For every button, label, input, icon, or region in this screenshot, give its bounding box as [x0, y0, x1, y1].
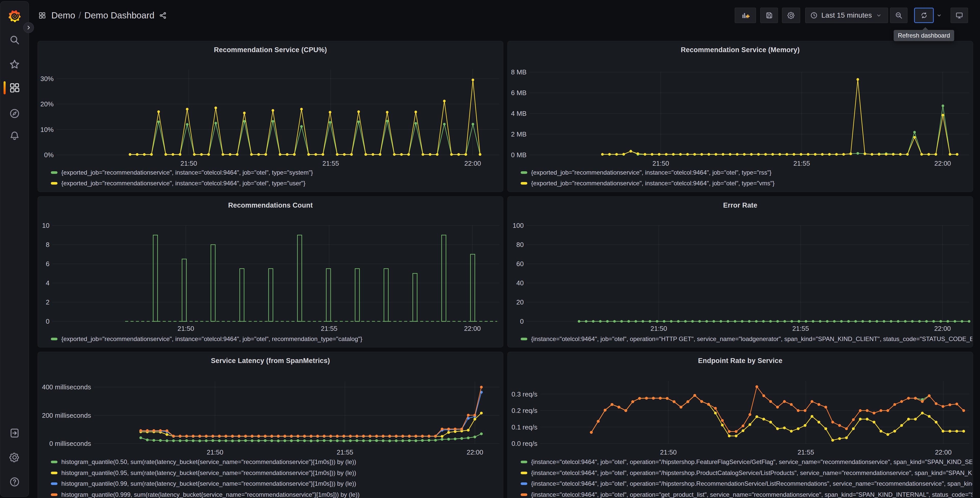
svg-text:6 MB: 6 MB	[511, 89, 527, 97]
svg-text:0: 0	[520, 318, 524, 325]
svg-text:8: 8	[46, 241, 49, 249]
svg-text:8 MB: 8 MB	[511, 68, 527, 76]
svg-text:10: 10	[42, 222, 49, 229]
svg-text:4 MB: 4 MB	[511, 110, 527, 117]
svg-text:60: 60	[516, 260, 524, 268]
svg-text:0.2 req/s: 0.2 req/s	[511, 407, 537, 414]
svg-text:400 milliseconds: 400 milliseconds	[42, 383, 91, 391]
svg-text:0: 0	[46, 318, 49, 325]
svg-text:21:55: 21:55	[321, 325, 337, 332]
svg-text:21:55: 21:55	[337, 449, 353, 456]
svg-text:22:00: 22:00	[464, 325, 481, 332]
svg-text:22:00: 22:00	[935, 449, 951, 456]
svg-text:0%: 0%	[44, 151, 54, 159]
svg-text:21:50: 21:50	[660, 449, 677, 456]
svg-text:0 milliseconds: 0 milliseconds	[49, 440, 91, 447]
svg-text:40: 40	[516, 279, 524, 287]
svg-text:0.3 req/s: 0.3 req/s	[511, 390, 537, 398]
svg-text:21:55: 21:55	[792, 325, 809, 332]
svg-text:2: 2	[46, 298, 49, 306]
svg-text:20%: 20%	[40, 100, 54, 108]
svg-text:2 MB: 2 MB	[511, 130, 527, 138]
svg-text:21:50: 21:50	[651, 325, 667, 332]
svg-text:21:55: 21:55	[794, 160, 810, 167]
svg-text:20: 20	[516, 298, 524, 306]
svg-text:22:00: 22:00	[934, 325, 951, 332]
svg-text:4: 4	[46, 279, 49, 287]
svg-text:80: 80	[516, 241, 524, 249]
svg-text:22:00: 22:00	[934, 160, 951, 167]
svg-text:21:55: 21:55	[798, 449, 814, 456]
svg-text:0 MB: 0 MB	[511, 151, 527, 159]
svg-text:30%: 30%	[40, 75, 54, 83]
svg-text:22:00: 22:00	[465, 160, 481, 167]
svg-text:0.1 req/s: 0.1 req/s	[511, 423, 537, 431]
svg-text:21:55: 21:55	[322, 160, 339, 167]
svg-text:0.0 req/s: 0.0 req/s	[511, 440, 537, 447]
svg-text:21:50: 21:50	[207, 449, 223, 456]
svg-text:100: 100	[513, 222, 524, 229]
svg-text:21:50: 21:50	[178, 325, 194, 332]
svg-text:10%: 10%	[40, 126, 54, 134]
svg-text:21:50: 21:50	[652, 160, 669, 167]
svg-text:200 milliseconds: 200 milliseconds	[42, 412, 91, 419]
svg-text:21:50: 21:50	[180, 160, 197, 167]
svg-text:6: 6	[46, 260, 49, 268]
svg-text:22:00: 22:00	[466, 449, 483, 456]
